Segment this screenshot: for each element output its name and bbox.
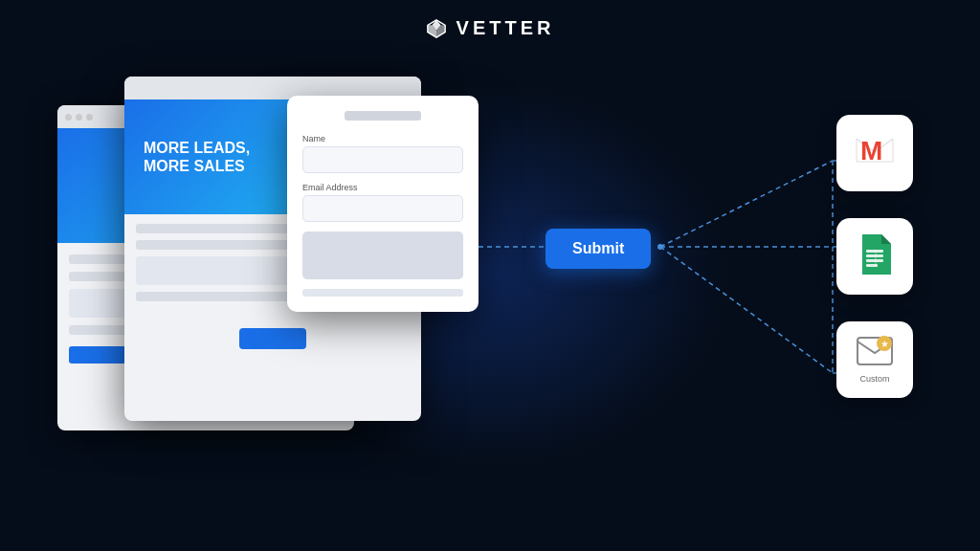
integration-icons: M ★ [836,115,913,398]
dot2 [76,114,82,121]
custom-label: Custom [859,374,889,384]
logo-text: VETTER [457,17,555,39]
hero-line1: MORE LEADS, [144,139,250,157]
blue-button-back [69,346,126,364]
sheets-icon-card [836,218,913,295]
header: VETTER [0,17,980,39]
svg-rect-19 [866,259,883,262]
name-input [302,146,463,173]
svg-rect-17 [866,250,883,253]
name-label: Name [302,134,463,143]
gmail-icon: M [855,135,895,171]
bottom-blue-button [239,328,306,349]
submit-button[interactable]: Submit [546,229,651,269]
email-field-group: Email Address [302,183,463,222]
svg-line-9 [660,247,833,373]
svg-text:★: ★ [880,339,889,349]
svg-point-12 [657,244,663,250]
form-bottom-line [302,289,463,297]
email-input [302,195,463,222]
envelope-icon: ★ [856,336,894,370]
hero-line2: MORE SALES [144,157,250,175]
form-textarea [302,231,463,279]
logo-icon [426,18,447,39]
svg-rect-18 [866,254,883,257]
form-title-bar [345,111,421,121]
name-field-group: Name [302,134,463,173]
hero-text: MORE LEADS, MORE SALES [144,139,250,175]
svg-line-5 [660,161,833,247]
dot3 [86,114,93,121]
form-card: Name Email Address [287,96,479,312]
email-label: Email Address [302,183,463,192]
sheets-icon [858,234,891,278]
custom-icon-card: ★ Custom [836,321,913,398]
dot1 [65,114,72,121]
svg-text:M: M [860,136,882,165]
gmail-icon-card: M [836,115,913,191]
